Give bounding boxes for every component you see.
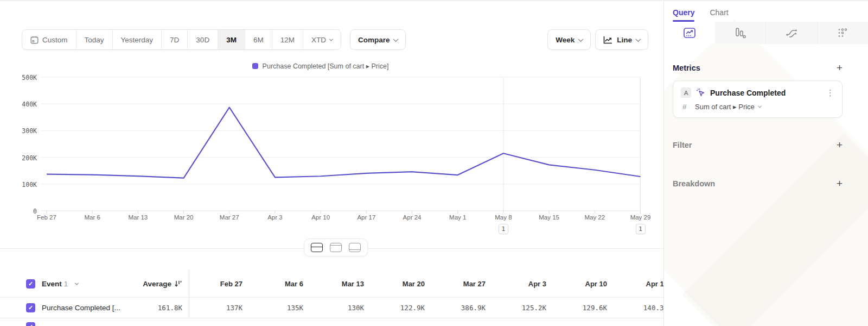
annotation-badge[interactable]: 1 <box>499 224 508 234</box>
metric-letter-badge: A <box>681 87 691 98</box>
date-header-cells: Feb 27Mar 6Mar 13Mar 20Mar 27Apr 3Apr 10… <box>189 270 663 297</box>
select-all-checkbox[interactable] <box>26 279 35 289</box>
y-axis-label: 500K <box>0 74 37 82</box>
event-column-label[interactable]: Event1 <box>42 280 68 288</box>
x-axis-label: Mar 20 <box>161 214 207 221</box>
series-name-cell <box>0 318 130 326</box>
y-axis-label: 300K <box>0 127 37 135</box>
average-header-cell[interactable]: Average <box>130 280 189 288</box>
insights-report-page: CustomTodayYesterday7D30D3M6M12MXTD Comp… <box>0 0 868 326</box>
date-value-cells: 137K135K130K122.9K386.9K125.2K129.6K140.… <box>189 298 663 318</box>
layout-toggle-group <box>304 239 368 256</box>
report-main-area: CustomTodayYesterday7D30D3M6M12MXTD Comp… <box>0 1 663 326</box>
report-tab-retention[interactable] <box>817 22 868 44</box>
metric-card-event-row: A Purchase Completed ⋮ <box>681 87 834 98</box>
sort-descending-icon <box>175 280 182 287</box>
metric-menu-icon[interactable]: ⋮ <box>826 88 834 98</box>
date-column-header[interactable]: Mar 20 <box>372 280 432 288</box>
chevron-down-icon <box>758 104 762 108</box>
x-axis-label: Mar 13 <box>115 214 161 221</box>
chart-only-icon <box>330 245 341 246</box>
report-tab-funnels[interactable] <box>715 22 766 44</box>
series-name: Purchase Completed [... <box>42 304 120 312</box>
series-line[interactable] <box>47 108 641 178</box>
metrics-section-header: Metrics + <box>673 62 843 73</box>
x-axis-label: Apr 10 <box>298 214 343 221</box>
flows-icon <box>785 28 798 39</box>
x-axis-label: May 22 <box>572 214 617 221</box>
metric-card[interactable]: A Purchase Completed ⋮ # Sum of cart ▸ P… <box>673 80 843 118</box>
x-axis-label: May 8 <box>481 214 526 221</box>
value-cell: 129.6K <box>554 304 615 312</box>
event-cursor-icon <box>696 88 705 97</box>
x-axis-label: May 15 <box>526 214 572 221</box>
split-view-icon <box>311 247 322 247</box>
event-count: 1 <box>64 280 68 288</box>
aggregation-label: Sum of cart ▸ Price <box>695 103 755 111</box>
value-cell: 130K <box>311 304 372 312</box>
x-axis-label: May 29 <box>618 214 663 221</box>
add-metric-button[interactable]: + <box>837 62 843 73</box>
metric-card-aggregation-row: # Sum of cart ▸ Price <box>681 103 834 111</box>
filter-section-header: Filter + <box>673 140 843 150</box>
retention-icon <box>837 28 848 39</box>
tab-query[interactable]: Query <box>673 8 694 22</box>
filter-title: Filter <box>673 141 692 149</box>
line-chart[interactable]: 500K400K300K200K100K0Feb 27Mar 6Mar 13Ma… <box>0 1 663 248</box>
x-axis-label: Mar 27 <box>207 214 252 221</box>
insights-icon <box>684 28 695 38</box>
sidebar-tabs: Query Chart <box>664 1 868 22</box>
y-axis-label: 400K <box>0 101 37 108</box>
numeric-property-icon: # <box>682 103 690 111</box>
date-column-header[interactable]: Feb 27 <box>189 280 250 288</box>
x-axis-label: Feb 27 <box>24 214 69 221</box>
y-axis-label: 200K <box>0 154 37 162</box>
metrics-title: Metrics <box>673 64 700 72</box>
date-column-header[interactable]: Apr 17 <box>615 280 663 288</box>
results-table: Event1 Average Feb 27Mar 6Mar 13Mar 20Ma… <box>0 270 663 326</box>
add-filter-button[interactable]: + <box>837 140 843 150</box>
chart-plot-area[interactable] <box>41 77 641 215</box>
date-column-header[interactable]: Apr 10 <box>554 280 615 288</box>
event-header-cell: Event1 <box>0 279 130 289</box>
value-cell: 122.9K <box>372 304 432 312</box>
chevron-down-icon <box>75 281 79 285</box>
tab-chart[interactable]: Chart <box>710 8 728 22</box>
date-column-header[interactable]: Mar 13 <box>311 280 372 288</box>
value-cell: 125.2K <box>493 304 554 312</box>
chart-only-view-button[interactable] <box>330 243 342 252</box>
report-tab-flows[interactable] <box>765 22 817 44</box>
report-tab-insights[interactable] <box>664 22 715 44</box>
value-cell: 137K <box>189 304 250 312</box>
report-type-tabs <box>664 22 868 44</box>
series-name-cell: Purchase Completed [... <box>0 303 130 312</box>
value-cell: 386.9K <box>432 304 493 312</box>
x-axis-label: Apr 17 <box>343 214 389 221</box>
date-column-header[interactable]: Mar 27 <box>432 280 493 288</box>
value-cell: 140.3K <box>615 304 663 312</box>
x-axis-label: Apr 24 <box>390 214 435 221</box>
breakdown-title: Breakdown <box>673 179 715 188</box>
series-checkbox[interactable] <box>26 322 35 326</box>
y-axis-label: 100K <box>0 181 37 189</box>
table-only-view-button[interactable] <box>349 243 361 252</box>
average-label: Average <box>143 280 171 288</box>
date-column-header[interactable]: Mar 6 <box>250 280 311 288</box>
annotation-badge[interactable]: 1 <box>636 224 646 234</box>
series-checkbox[interactable] <box>26 303 35 312</box>
table-only-icon <box>349 249 360 250</box>
table-row-partial[interactable] <box>0 318 663 326</box>
aggregation-dropdown[interactable]: Sum of cart ▸ Price <box>695 103 761 111</box>
table-header-row: Event1 Average Feb 27Mar 6Mar 13Mar 20Ma… <box>0 270 663 297</box>
add-breakdown-button[interactable]: + <box>837 178 843 189</box>
query-builder-sidebar: Query Chart <box>663 1 868 326</box>
breakdown-section-header: Breakdown + <box>673 178 843 189</box>
metric-event-name[interactable]: Purchase Completed <box>710 89 821 97</box>
average-value-cell: 161.8K <box>130 304 189 312</box>
date-column-header[interactable]: Apr 3 <box>493 280 554 288</box>
x-axis-label: May 1 <box>435 214 481 221</box>
x-axis-label: Apr 3 <box>252 214 298 221</box>
split-view-button[interactable] <box>311 243 323 252</box>
table-row[interactable]: Purchase Completed [... 161.8K 137K135K1… <box>0 297 663 318</box>
sidebar-content: Metrics + A Purchase Completed ⋮ # <box>664 62 868 189</box>
